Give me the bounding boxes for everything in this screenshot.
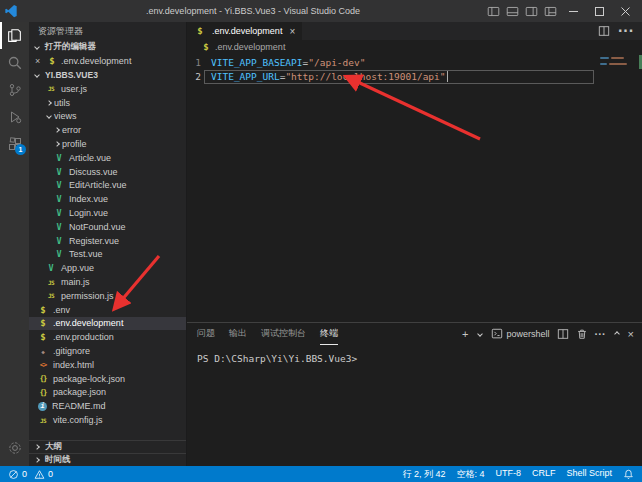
toggle-panel-icon[interactable] — [503, 1, 522, 21]
line-number: 1 — [187, 56, 201, 70]
tree-item-.gitignore[interactable]: ◆.gitignore — [29, 344, 186, 358]
code-editor[interactable]: 1VITE_APP_BASEAPI="/api-dev"2VITE_APP_UR… — [187, 54, 642, 322]
breadcrumb-item[interactable]: .env.development — [215, 42, 285, 52]
tree-item-NotFound.vue[interactable]: VNotFound.vue — [29, 220, 186, 234]
split-editor-icon[interactable] — [598, 25, 610, 37]
tree-item-package-lock.json[interactable]: {}package-lock.json — [29, 372, 186, 386]
minimize-button[interactable] — [560, 0, 586, 22]
tree-item-Register.vue[interactable]: VRegister.vue — [29, 234, 186, 248]
status-indentation[interactable]: 空格: 4 — [456, 468, 484, 481]
activitybar-extensions[interactable]: 1 — [0, 130, 29, 157]
activitybar-search[interactable] — [0, 49, 29, 76]
tree-item-profile[interactable]: profile — [29, 137, 186, 151]
tree-item-vite.config.js[interactable]: JSvite.config.js — [29, 413, 186, 427]
tree-item-.env.development[interactable]: $.env.development — [29, 317, 186, 331]
problems-indicator[interactable]: 0 0 — [8, 469, 53, 480]
project-header[interactable]: YI.BBS.VUE3 — [29, 68, 186, 82]
panel-tab-output[interactable]: 输出 — [229, 323, 247, 345]
new-terminal-icon[interactable]: + — [462, 329, 468, 340]
terminal[interactable]: PS D:\CSharp\Yi\Yi.BBS.Vue3> — [187, 345, 642, 466]
activitybar-explorer[interactable] — [0, 22, 29, 49]
maximize-panel-icon[interactable] — [614, 331, 620, 337]
status-cursor-position[interactable]: 行 2, 列 42 — [402, 468, 445, 481]
notifications-bell-icon[interactable] — [623, 469, 634, 480]
titlebar-controls — [484, 0, 642, 22]
customize-layout-icon[interactable] — [541, 1, 560, 21]
status-bar: 0 0 行 2, 列 42空格: 4UTF-8CRLFShell Script — [0, 466, 642, 482]
file-tree: JSuser.jsutilsviewserrorprofileVArticle.… — [29, 82, 186, 440]
outline-header[interactable]: 大纲 — [29, 440, 186, 453]
kill-terminal-trash-icon[interactable] — [576, 328, 588, 340]
sidebar-bottom-sections: 大纲 时间线 — [29, 440, 186, 466]
gear-icon — [7, 440, 23, 456]
timeline-header[interactable]: 时间线 — [29, 453, 186, 466]
terminal-profile-selector[interactable]: powershell — [491, 328, 550, 340]
vscode-window: .env.development - Yi.BBS.Vue3 - Visual … — [0, 0, 642, 482]
panel-header: 问题输出调试控制台终端 + powershell — [187, 323, 642, 345]
activitybar-source-control[interactable] — [0, 76, 29, 103]
file-name: Register.vue — [69, 236, 119, 246]
tree-item-permission.js[interactable]: JSpermission.js — [29, 289, 186, 303]
activitybar-settings[interactable] — [0, 434, 29, 461]
tree-item-index.html[interactable]: <>index.html — [29, 358, 186, 372]
tree-item-Index.vue[interactable]: VIndex.vue — [29, 192, 186, 206]
window-title: .env.development - Yi.BBS.Vue3 - Visual … — [22, 6, 484, 16]
open-editor-item[interactable]: × $ .env.development — [29, 54, 186, 68]
tree-item-user.js[interactable]: JSuser.js — [29, 82, 186, 96]
tree-item-utils[interactable]: utils — [29, 96, 186, 110]
extensions-badge: 1 — [15, 144, 26, 155]
status-eol[interactable]: CRLF — [532, 468, 556, 481]
tree-item-main.js[interactable]: JSmain.js — [29, 275, 186, 289]
chevron-right-icon — [54, 127, 60, 133]
project-label: YI.BBS.VUE3 — [45, 70, 98, 80]
panel-tab-terminal[interactable]: 终端 — [320, 323, 338, 345]
panel-more-icon[interactable]: ··· — [595, 329, 606, 340]
search-icon — [7, 55, 23, 71]
tree-item-.env[interactable]: $.env — [29, 303, 186, 317]
terminal-prompt: PS D:\CSharp\Yi\Yi.BBS.Vue3> — [197, 353, 357, 364]
more-actions-icon[interactable]: ··· — [618, 22, 634, 40]
tree-item-views[interactable]: views — [29, 110, 186, 124]
status-language-mode[interactable]: Shell Script — [566, 468, 612, 481]
close-panel-icon[interactable]: × — [628, 329, 634, 340]
tree-item-Test.vue[interactable]: VTest.vue — [29, 248, 186, 262]
tree-item-README.md[interactable]: iREADME.md — [29, 399, 186, 413]
split-terminal-icon[interactable] — [557, 328, 569, 340]
tree-item-Article.vue[interactable]: VArticle.vue — [29, 151, 186, 165]
tree-item-Login.vue[interactable]: VLogin.vue — [29, 206, 186, 220]
tree-item-Discuss.vue[interactable]: VDiscuss.vue — [29, 165, 186, 179]
tree-item-App.vue[interactable]: VApp.vue — [29, 261, 186, 275]
source-control-icon — [7, 82, 23, 98]
minimap[interactable] — [600, 57, 634, 69]
close-editor-icon[interactable]: × — [35, 56, 46, 66]
tree-item-EditArticle.vue[interactable]: VEditArticle.vue — [29, 179, 186, 193]
vue-file-icon: V — [45, 263, 57, 274]
file-name: Discuss.vue — [69, 167, 118, 177]
close-window-button[interactable] — [612, 0, 638, 22]
close-tab-icon[interactable]: × — [289, 26, 295, 37]
env-file-icon: $ — [37, 332, 49, 343]
file-name: package.json — [53, 387, 106, 397]
warning-triangle-icon — [34, 469, 45, 480]
activitybar-run-debug[interactable] — [0, 103, 29, 130]
tree-item-.env.production[interactable]: $.env.production — [29, 330, 186, 344]
tree-item-error[interactable]: error — [29, 123, 186, 137]
toggle-secondary-sidebar-icon[interactable] — [522, 1, 541, 21]
vue-file-icon: V — [53, 166, 65, 177]
panel-tab-debug-console[interactable]: 调试控制台 — [261, 323, 306, 345]
launch-profile-chevron-icon[interactable] — [477, 331, 483, 337]
breadcrumb[interactable]: $ .env.development — [187, 40, 642, 54]
run-debug-icon — [7, 109, 23, 125]
maximize-button[interactable] — [586, 0, 612, 22]
open-editors-header[interactable]: 打开的编辑器 — [29, 40, 186, 54]
toggle-primary-sidebar-icon[interactable] — [484, 1, 503, 21]
panel-tab-problems[interactable]: 问题 — [197, 323, 215, 345]
tree-item-package.json[interactable]: {}package.json — [29, 386, 186, 400]
env-file-icon: $ — [37, 318, 49, 329]
status-encoding[interactable]: UTF-8 — [495, 468, 521, 481]
explorer-sidebar: 资源管理器 打开的编辑器 × $ .env.development YI.BBS… — [29, 22, 187, 466]
tab-env-development[interactable]: $ .env.development × — [187, 22, 302, 40]
statusbar-items: 行 2, 列 42空格: 4UTF-8CRLFShell Script — [402, 468, 612, 481]
js-file-icon: JS — [45, 290, 57, 301]
file-name: Login.vue — [69, 208, 108, 218]
